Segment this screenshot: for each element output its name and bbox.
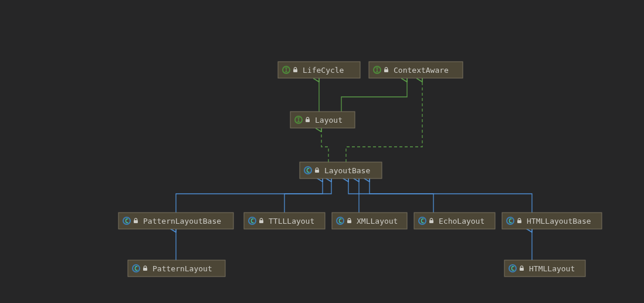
edge-layoutbase-contextaware (346, 78, 422, 162)
node-lifecycle[interactable]: LifeCycle (278, 62, 360, 78)
edge-layout-contextaware (341, 78, 407, 112)
node-label: EchoLayout (439, 217, 484, 225)
node-htmllayoutbase[interactable]: HTMLLayoutBase (502, 213, 602, 229)
edge-ttll-layoutbase (284, 178, 331, 213)
node-ttlllayout[interactable]: TTLLLayout (244, 213, 325, 229)
node-layout[interactable]: Layout (290, 112, 355, 128)
node-xmllayout[interactable]: XMLLayout (332, 213, 407, 229)
node-patternlayout[interactable]: PatternLayout (128, 260, 225, 277)
node-label: LayoutBase (324, 166, 370, 175)
edge-htmllayoutbase-layoutbase (370, 178, 532, 213)
node-label: PatternLayoutBase (143, 217, 221, 225)
edge-echo-layoutbase (348, 178, 433, 213)
node-label: Layout (315, 116, 343, 124)
node-echolayout[interactable]: EchoLayout (414, 213, 495, 229)
node-label: HTMLLayout (529, 264, 575, 273)
node-label: PatternLayout (152, 264, 212, 273)
node-label: XMLLayout (357, 217, 398, 225)
edge-layoutbase-layout (321, 128, 328, 162)
node-layoutbase[interactable]: LayoutBase (300, 162, 382, 179)
node-htmllayout[interactable]: HTMLLayout (504, 260, 585, 277)
class-diagram: I C LifeCycl (0, 0, 644, 303)
node-contextaware[interactable]: ContextAware (369, 62, 463, 78)
edge-patternlayoutbase-layoutbase (176, 178, 323, 213)
node-label: ContextAware (394, 66, 449, 75)
node-label: HTMLLayoutBase (527, 217, 591, 225)
node-label: TTLLLayout (269, 217, 314, 225)
node-patternlayoutbase[interactable]: PatternLayoutBase (118, 213, 233, 229)
nodes: LifeCycle ContextAware Layout LayoutBase (118, 62, 602, 277)
node-label: LifeCycle (303, 66, 344, 75)
